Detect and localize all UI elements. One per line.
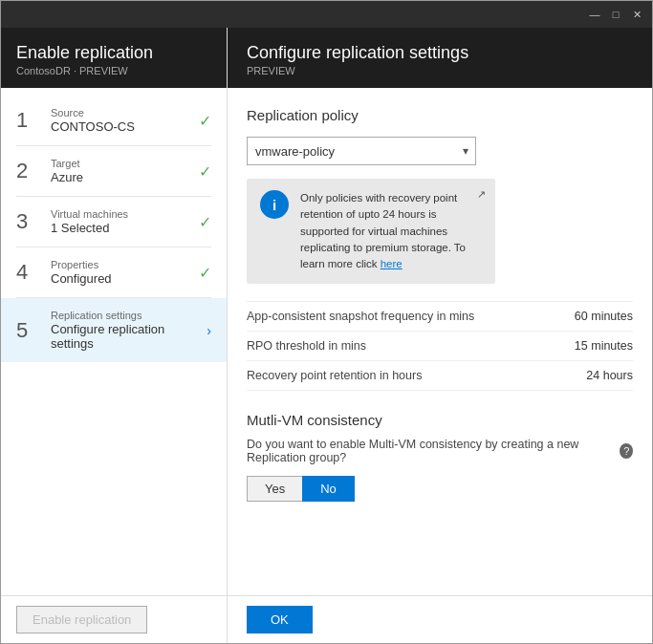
- step-value-3: 1 Selected: [51, 221, 195, 235]
- consistency-question-text: Do you want to enable Multi-VM consisten…: [247, 438, 616, 464]
- step-number-5: 5: [16, 318, 43, 343]
- settings-value-1: 60 minutes: [575, 310, 633, 323]
- step-check-3: ✓: [199, 213, 211, 231]
- step-item-target[interactable]: 2 Target Azure ✓: [1, 146, 227, 196]
- step-name-5: Replication settings: [51, 310, 203, 321]
- right-header: Configure replication settings PREVIEW: [228, 28, 652, 88]
- steps-list: 1 Source CONTOSO-CS ✓ 2 Target Azure ✓: [1, 88, 227, 595]
- step-check-4: ✓: [199, 264, 211, 282]
- footer: Enable replication OK: [1, 595, 652, 643]
- right-panel-subtitle: PREVIEW: [247, 65, 633, 76]
- step-name-2: Target: [51, 158, 195, 169]
- dropdown-container: vmware-policy: [247, 137, 633, 165]
- step-item-properties[interactable]: 4 Properties Configured ✓: [1, 247, 227, 297]
- right-panel-title: Configure replication settings: [247, 43, 633, 63]
- left-panel-title: Enable replication: [16, 43, 211, 63]
- consistency-question: Do you want to enable Multi-VM consisten…: [247, 438, 633, 464]
- enable-replication-button[interactable]: Enable replication: [16, 606, 147, 633]
- step-number-2: 2: [16, 159, 43, 183]
- step-value-2: Azure: [51, 170, 195, 184]
- close-button[interactable]: ✕: [629, 7, 644, 22]
- right-panel: Configure replication settings PREVIEW R…: [228, 28, 652, 595]
- left-header: Enable replication ContosoDR · PREVIEW: [1, 28, 227, 88]
- step-name-1: Source: [51, 107, 195, 118]
- consistency-btn-group: Yes No: [247, 476, 633, 502]
- step-check-2: ✓: [199, 162, 211, 181]
- settings-row-2: RPO threshold in mins 15 minutes: [247, 332, 633, 361]
- minimize-button[interactable]: —: [587, 7, 602, 22]
- title-bar: — □ ✕: [1, 1, 652, 28]
- settings-label-1: App-consistent snapshot frequency in min…: [247, 310, 474, 323]
- title-bar-controls: — □ ✕: [587, 7, 644, 22]
- step-info-2: Target Azure: [51, 158, 195, 184]
- settings-label-2: RPO threshold in mins: [247, 339, 366, 353]
- step-value-1: CONTOSO-CS: [51, 119, 195, 134]
- right-footer: OK: [228, 596, 652, 643]
- no-button[interactable]: No: [302, 476, 355, 502]
- replication-policy-dropdown[interactable]: vmware-policy: [247, 137, 476, 165]
- step-info-5: Replication settings Configure replicati…: [51, 310, 203, 351]
- step-info-4: Properties Configured: [51, 259, 195, 286]
- step-check-1: ✓: [199, 112, 211, 130]
- left-panel: Enable replication ContosoDR · PREVIEW 1…: [1, 28, 228, 595]
- left-footer: Enable replication: [1, 596, 228, 643]
- step-info-1: Source CONTOSO-CS: [51, 107, 195, 134]
- maximize-button[interactable]: □: [608, 7, 623, 22]
- consistency-section-title: Mutli-VM consistency: [247, 412, 633, 428]
- info-icon: i: [260, 190, 289, 219]
- settings-row-1: App-consistent snapshot frequency in min…: [247, 301, 633, 332]
- step-name-3: Virtual machines: [51, 208, 195, 220]
- ok-button[interactable]: OK: [247, 606, 313, 633]
- help-icon[interactable]: ?: [620, 443, 633, 459]
- external-link-icon: ↗: [477, 188, 486, 201]
- right-content: Replication policy vmware-policy i Only …: [228, 88, 652, 595]
- main-content: Enable replication ContosoDR · PREVIEW 1…: [1, 28, 652, 595]
- step-arrow-5: ›: [207, 323, 211, 338]
- replication-policy-title: Replication policy: [247, 107, 633, 123]
- step-item-replication-settings[interactable]: 5 Replication settings Configure replica…: [1, 298, 227, 362]
- step-item-vms[interactable]: 3 Virtual machines 1 Selected ✓: [1, 197, 227, 247]
- step-item-source[interactable]: 1 Source CONTOSO-CS ✓: [1, 96, 227, 145]
- step-value-5: Configure replication settings: [51, 322, 203, 351]
- step-info-3: Virtual machines 1 Selected: [51, 208, 195, 235]
- step-value-4: Configured: [51, 271, 195, 286]
- settings-value-2: 15 minutes: [575, 339, 633, 353]
- info-box: i Only policies with recovery point rete…: [247, 179, 495, 284]
- info-link[interactable]: here: [381, 258, 403, 269]
- step-number-4: 4: [16, 260, 43, 285]
- step-number-1: 1: [16, 108, 43, 133]
- step-name-4: Properties: [51, 259, 195, 270]
- dropdown-wrapper: vmware-policy: [247, 137, 476, 165]
- window: — □ ✕ Enable replication ContosoDR · PRE…: [0, 0, 653, 644]
- step-number-3: 3: [16, 209, 43, 234]
- settings-row-3: Recovery point retention in hours 24 hou…: [247, 361, 633, 391]
- info-text: Only policies with recovery point retent…: [300, 190, 482, 272]
- left-panel-subtitle: ContosoDR · PREVIEW: [16, 65, 211, 76]
- settings-value-3: 24 hours: [586, 369, 633, 382]
- settings-table: App-consistent snapshot frequency in min…: [247, 301, 633, 391]
- yes-button[interactable]: Yes: [247, 476, 302, 502]
- settings-label-3: Recovery point retention in hours: [247, 369, 422, 382]
